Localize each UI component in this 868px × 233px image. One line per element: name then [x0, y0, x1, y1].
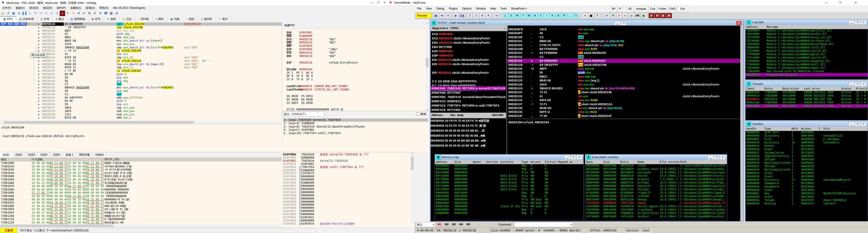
- col-Handle[interactable]: Handle: [745, 127, 765, 131]
- window-button-W[interactable]: W: [526, 13, 532, 18]
- disasm-row[interactable]: 00E5D123.8BECmov ebp,esp: [507, 75, 743, 79]
- register-row[interactable]: EBX01BB6000: [282, 34, 430, 38]
- toolbar-icon[interactable]: ↥: [473, 13, 479, 18]
- col-Status[interactable]: Status: [840, 87, 856, 91]
- col-Mapped as[interactable]: Mapped as: [557, 161, 576, 164]
- menu-item[interactable]: 收藏夹(I): [68, 5, 83, 11]
- table-row[interactable]: 6B930000000460006B93B020powrprof10.0.190…: [585, 184, 727, 188]
- tab-跟踪[interactable]: ∴跟踪: [183, 16, 198, 22]
- table-row[interactable]: 766C0000Module C:\Windows\SysWOW64\win32…: [745, 32, 868, 36]
- table-row[interactable]: 778E0D90New thread with ID 00001CA4 crea…: [745, 70, 868, 73]
- stack-row[interactable]: 0096FAB8 00717000: [431, 90, 506, 95]
- dump-row[interactable]: 778910B000 00 00 0000 00 00 0016 00 18 0…: [0, 198, 282, 201]
- menu-item[interactable]: 跟踪(N): [41, 5, 55, 11]
- table-row[interactable]: 00000040Semaphore1001F0003: [745, 182, 868, 185]
- tab-句柄[interactable]: ▣句柄: [167, 16, 183, 22]
- registers-vscrollbar[interactable]: ∧∨: [426, 22, 429, 111]
- table-row[interactable]: 00000024IRTimer100000100: [745, 158, 868, 161]
- dump-row[interactable]: 778910E016 00 18 004C 7C 89 7718 00 1A 0…: [0, 208, 282, 211]
- argument-row[interactable]: 1: [esp] 7582FA29 kernel32.7582FA29: [283, 118, 428, 122]
- stack-row[interactable]: 019FFB2C00000000: [282, 184, 414, 188]
- menu-item[interactable]: Plugins: [447, 5, 460, 12]
- col-Access[interactable]: Access: [800, 127, 819, 131]
- breakpoint-dot-icon[interactable]: ●: [38, 106, 41, 110]
- table-row[interactable]: 0072300000003000data blockPrivRWRW: [435, 184, 583, 188]
- disasm-row[interactable]: ●00E5D1238BECmov ebp,esp: [0, 36, 282, 39]
- breakpoint-dot-icon[interactable]: ●: [38, 79, 41, 83]
- minimize-icon[interactable]: ▁: [849, 82, 855, 86]
- close-icon[interactable]: ✕: [381, 0, 388, 5]
- dump-tab-结构体[interactable]: 结构体: [93, 152, 106, 157]
- plugin-button-破[interactable]: 破: [660, 13, 666, 18]
- breakpoint-dot-icon[interactable]: ●: [38, 39, 41, 42]
- table-row[interactable]: 00000044Semaphore1001F0003: [745, 185, 868, 188]
- table-row[interactable]: 0072600000001000data blockPrivRWRW: [435, 188, 583, 191]
- breakpoint-dot-icon[interactable]: ●: [38, 99, 41, 103]
- label-icon[interactable]: ❖: [76, 10, 81, 16]
- toolbar-icon[interactable]: ⇥: [493, 13, 499, 18]
- menu-button-Calc[interactable]: Calc: [649, 6, 657, 12]
- table-row[interactable]: 0071D00000003000data blockPrivRWRW: [435, 178, 583, 181]
- table-row[interactable]: 00000020TpWorkerFactory1000F00FF: [745, 154, 868, 158]
- command-input[interactable]: ▾: [514, 222, 573, 227]
- menu-button-BP[interactable]: BP: [610, 6, 617, 12]
- dump-row[interactable]: 7789100036 00 38 00B0 C1 89 771C 00 1E 0…: [0, 162, 282, 165]
- restore-icon[interactable]: ❐: [714, 155, 720, 160]
- table-row[interactable]: 0071A00000003000data blockPrivRWRW: [435, 174, 583, 178]
- stack-row[interactable]: 0096FAC4 778F75F4 RETURN to ntdll.778F75…: [431, 104, 506, 108]
- patch-icon[interactable]: ✎: [65, 10, 70, 16]
- table-row[interactable]: 77570000Module C:\Windows\SysWOW64\user3…: [745, 49, 868, 53]
- stack-row[interactable]: 019FFB4C00000000: [282, 210, 414, 213]
- table-row[interactable]: 00000054Thread1001F03FFIdent 00000D14: [745, 199, 868, 202]
- disasm-row[interactable]: ●00E5D1591BC0sbb eax,eax: [0, 110, 282, 113]
- toolbar-icon[interactable]: ❚❚: [459, 13, 465, 18]
- hide-fpu-button[interactable]: 隐藏FPU: [284, 24, 295, 27]
- memory-tab-M2[interactable]: M2: [443, 223, 450, 226]
- register-row[interactable]: GS 002B FS 0053: [282, 94, 430, 98]
- disasm-row[interactable]: ●00E5D11B^ E9 78FEFFFFjmp sfa16.E5CF98: [0, 26, 282, 29]
- menu-item[interactable]: 插件(P): [55, 5, 68, 11]
- col-Ident[interactable]: Ident: [745, 87, 765, 91]
- table-row[interactable]: 00000048Event1001F0003: [745, 188, 868, 192]
- table-row[interactable]: 73B10000Module C:\Windows\SysWOW64\umpdc…: [745, 66, 868, 70]
- stack-row[interactable]: 019FFB3000000000: [282, 188, 414, 191]
- breakpoint-dot-icon[interactable]: ●: [38, 93, 41, 96]
- menu-item[interactable]: BreakPoint->: [509, 5, 529, 12]
- dump-row[interactable]: 00E80000 A0 F9 F0 75 40 E8 F0 75 ■疲劳疲: [431, 119, 506, 123]
- disasm-row[interactable]: ●00E5D1398D48 EDlea ecx,dword ptr ds:[ea…: [0, 63, 282, 66]
- col-Section[interactable]: Section: [486, 161, 501, 164]
- window-button-E[interactable]: E: [508, 13, 514, 18]
- memory-tab-M3[interactable]: M3: [451, 223, 457, 226]
- tab-CPU[interactable]: ▦CPU: [0, 16, 16, 22]
- tab-源代码[interactable]: ⟨⟩源代码: [197, 16, 215, 22]
- breakpoint-dot-icon[interactable]: ●: [38, 116, 41, 119]
- plugin-a-icon[interactable]: A: [616, 13, 622, 18]
- arguments-pane[interactable]: 默认 (stdcall)▾ 解锁 1: [esp] 7582FA29 kerne…: [282, 111, 430, 152]
- window-button-M[interactable]: M: [514, 13, 520, 18]
- register-row[interactable]: LastError0000007E (ERROR_MOD_NOT_FOUND): [282, 85, 430, 88]
- disasm-row[interactable]: ●00E5D15B23C1and eax,ecx: [0, 113, 282, 116]
- comment-icon[interactable]: ✉: [70, 10, 76, 16]
- breakpoint-dot-icon[interactable]: ●: [38, 72, 41, 76]
- table-row[interactable]: 00000004ALPC Port1001F0001: [745, 131, 868, 134]
- table-row[interactable]: 777C0000Module C:\Windows\SysWOW64\rpcrt…: [745, 56, 868, 59]
- table-row[interactable]: 6B8E0000000110006B8E3210profapi10.0.1904…: [585, 181, 727, 184]
- argument-row[interactable]: 4: [esp+C] 019FFB6C: [283, 128, 314, 132]
- run-icon[interactable]: ➤: [16, 10, 22, 16]
- disasm-row[interactable]: ●00E5D15D83C0 08add eax,8: [0, 116, 282, 119]
- disasm-row[interactable]: ●00E5D13Fv 77 0Eja sfa16.E5D14F: [0, 69, 282, 72]
- register-row[interactable]: [282, 91, 430, 94]
- disasm-row[interactable]: ●00E5D1416A 0Dpush D: [0, 72, 282, 76]
- breakpoint-dot-icon[interactable]: ●: [38, 66, 41, 69]
- globe-icon[interactable]: ◍: [114, 10, 119, 16]
- dump-row[interactable]: 778911000C 00 0E 0098 7C 89 7714 00 16 0…: [0, 214, 282, 218]
- table-row[interactable]: 767A0000Module C:\Windows\SysWOW64\ucrtb…: [745, 39, 868, 42]
- child-titlebar[interactable]: C*G.P.U* - main thread, module sfa16▁❐✕: [431, 20, 743, 26]
- breakpoint-dot-icon[interactable]: ●: [38, 96, 41, 99]
- dump-pane[interactable]: 7789100036 00 38 00B0 C1 89 771C 00 1E 0…: [0, 162, 282, 224]
- menu-button-Exit[interactable]: Exit: [677, 6, 688, 12]
- stack-row[interactable]: 019FFB4000000000: [282, 200, 414, 204]
- spiral-icon[interactable]: ◎: [628, 13, 634, 18]
- dump-row[interactable]: 7789108000 00 00 0000 00 00 0018 00 00 0…: [0, 188, 282, 192]
- col-Hex dump[interactable]: Hex dump: [450, 114, 491, 117]
